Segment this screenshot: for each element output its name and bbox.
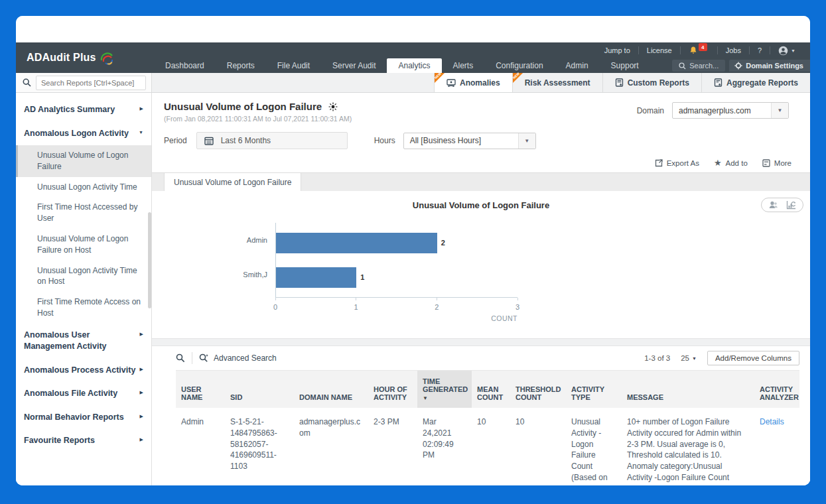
nav-tab-file-audit[interactable]: File Audit	[266, 58, 321, 73]
cell-time-generated: Mar 24,2021 02:09:49 PM	[417, 408, 472, 485]
column-header-mean-count[interactable]: MEAN COUNT	[472, 371, 510, 409]
help-button[interactable]: ?	[750, 46, 770, 54]
domain-settings-label: Domain Settings	[746, 62, 803, 70]
sidebar-item-first-time-remote-access-on-host[interactable]: First Time Remote Access on Host	[16, 292, 151, 324]
more-button[interactable]: More	[762, 159, 792, 167]
chart-x-axis-label: COUNT	[275, 314, 517, 322]
chart-view-icon[interactable]	[786, 200, 796, 210]
bar-chart: AdminSmith,J 21 0123 COUNT	[216, 223, 517, 322]
nav-tab-support[interactable]: Support	[600, 58, 650, 73]
sidebar-item-label: Anomalous User Management Activity	[24, 330, 136, 353]
column-header-user-name[interactable]: USER NAME	[176, 371, 225, 409]
chart-bar-row: 2	[276, 225, 517, 260]
app-window: ADAudit Plus Jump to License	[16, 16, 810, 485]
main-nav-row: DashboardReportsFile AuditServer AuditAn…	[135, 58, 810, 73]
global-search-label: Search...	[689, 62, 719, 70]
tab-unusual-volume[interactable]: Unusual Volume of Logon Failure	[164, 173, 301, 192]
column-header-threshold-count[interactable]: THRESHOLD COUNT	[510, 371, 566, 409]
chart-category-label: Admin	[216, 223, 275, 257]
sidebar-item-label: AD Analytics Summary	[24, 104, 115, 116]
period-value: Last 6 Months	[221, 136, 271, 145]
report-search-input[interactable]	[36, 76, 146, 90]
column-header-activity-type[interactable]: ACTIVITY TYPE	[566, 371, 622, 409]
global-search-button[interactable]: Search...	[672, 60, 725, 72]
column-header-domain-name[interactable]: DOMAIN NAME	[294, 371, 368, 409]
column-header-hour-of-activity[interactable]: HOUR OF ACTIVITY	[368, 371, 417, 409]
star-icon: ★	[714, 158, 722, 167]
sidebar-item-anomalous-file-activity[interactable]: Anomalous File Activity▶	[16, 382, 151, 406]
column-header-sid[interactable]: SID	[225, 371, 294, 409]
column-header-activity-analyzer[interactable]: ACTIVITY ANALYZER	[754, 371, 799, 409]
domain-select[interactable]: admanagerplus.com ▼	[672, 102, 789, 119]
sidebar-item-normal-behavior-reports[interactable]: Normal Behavior Reports▶	[16, 406, 151, 430]
column-header-time-generated[interactable]: TIME GENERATED▼	[417, 371, 472, 409]
user-view-icon[interactable]	[768, 200, 778, 210]
nav-tab-dashboard[interactable]: Dashboard	[154, 58, 216, 73]
gear-icon	[734, 62, 742, 70]
nav-tab-alerts[interactable]: Alerts	[442, 58, 485, 73]
search-icon[interactable]	[23, 78, 31, 87]
advanced-search-button[interactable]: Advanced Search	[199, 353, 277, 363]
browser-chrome-strip	[16, 16, 810, 42]
notifications-button[interactable]: 4	[681, 46, 717, 55]
nav-tab-reports[interactable]: Reports	[216, 58, 266, 73]
sidebar-item-label: First Time Host Accessed by User	[37, 202, 143, 224]
sort-desc-icon[interactable]: ▼	[423, 395, 466, 401]
nav-tab-configuration[interactable]: Configuration	[484, 58, 554, 73]
chart-bar-smith-j[interactable]	[276, 267, 356, 288]
license-link[interactable]: License	[639, 46, 680, 54]
bell-icon	[689, 46, 698, 55]
tick-mark	[356, 298, 356, 300]
sidebar-item-unusual-logon-activity-time-on-host[interactable]: Unusual Logon Activity Time on Host	[16, 261, 151, 292]
sidebar-item-first-time-host-accessed-by-user[interactable]: First Time Host Accessed by User	[16, 197, 151, 229]
page-size-select[interactable]: 25 ▼	[681, 354, 697, 362]
chart-x-tick: 1	[354, 298, 358, 312]
feature-tab-label: Risk Assessment	[525, 78, 590, 88]
feature-tab-label: Custom Reports	[628, 78, 689, 88]
feature-tab-aggregate-reports[interactable]: Aggregate Reports	[701, 73, 810, 92]
feature-tab-anomalies[interactable]: NEWAnomalies	[434, 73, 512, 92]
nav-tab-admin[interactable]: Admin	[555, 58, 600, 73]
chart-x-tick: 3	[516, 298, 519, 312]
sidebar-item-anomalous-logon-activity[interactable]: Anomalous Logon Activity▼	[16, 122, 151, 146]
sidebar-item-unusual-logon-activity-time[interactable]: Unusual Logon Activity Time	[16, 177, 151, 198]
sidebar-item-anomalous-user-management-activity[interactable]: Anomalous User Management Activity▶	[16, 324, 151, 359]
sidebar-scrollbar[interactable]	[148, 212, 151, 308]
tick-mark	[275, 298, 276, 300]
nav-tab-analytics[interactable]: Analytics	[387, 58, 441, 73]
nav-tab-server-audit[interactable]: Server Audit	[321, 58, 387, 73]
sidebar-item-unusual-volume-of-logon-failure[interactable]: Unusual Volume of Logon Failure	[16, 145, 151, 177]
brand-logo[interactable]: ADAudit Plus	[27, 42, 115, 73]
account-menu-button[interactable]: ▼	[770, 46, 803, 56]
table-search-icon[interactable]	[176, 353, 185, 363]
details-link[interactable]: Details	[760, 417, 784, 426]
feature-tabs: NEWAnomaliesNEWRisk AssessmentCustom Rep…	[434, 73, 810, 92]
chart-title: Unusual Volume of Logon Failure	[152, 191, 810, 210]
utility-row: Jump to License 4 Jobs ?	[135, 42, 810, 58]
hours-select[interactable]: All [Business Hours] ▼	[403, 133, 536, 149]
cell-activity-type: Unusual Activity - Logon Failure Count (…	[566, 408, 622, 485]
sidebar-item-unusual-volume-of-logon-failure-on-host[interactable]: Unusual Volume of Logon Failure on Host	[16, 229, 151, 261]
chart-bar-admin[interactable]	[276, 233, 437, 253]
feature-tab-custom-reports[interactable]: Custom Reports	[602, 73, 701, 92]
jobs-link[interactable]: Jobs	[718, 46, 749, 54]
column-header-message[interactable]: MESSAGE	[622, 371, 754, 409]
sidebar-item-ad-analytics-summary[interactable]: AD Analytics Summary▶	[16, 98, 151, 122]
user-avatar-icon	[778, 46, 788, 56]
table-header-row: USER NAMESIDDOMAIN NAMEHOUR OF ACTIVITYT…	[176, 371, 799, 409]
monitor-icon	[447, 79, 456, 87]
sidebar-item-favourite-reports[interactable]: Favourite Reports▶	[16, 429, 151, 453]
domain-settings-button[interactable]: Domain Settings	[729, 60, 810, 72]
sidebar-item-label: Unusual Volume of Logon Failure	[37, 150, 143, 172]
pagination-info: 1-3 of 3	[644, 354, 670, 362]
export-as-button[interactable]: Export As	[655, 159, 699, 167]
cell-hour-of-activity: 2-3 PM	[368, 408, 417, 485]
jump-to-link[interactable]: Jump to	[596, 46, 638, 54]
table-row: AdminS-1-5-21-1484795863-58162057-416960…	[176, 408, 799, 485]
add-remove-columns-button[interactable]: Add/Remove Columns	[707, 351, 799, 365]
feature-tab-risk-assessment[interactable]: NEWRisk Assessment	[512, 73, 602, 92]
sidebar-item-anomalous-process-activity[interactable]: Anomalous Process Activity▶	[16, 359, 151, 383]
chevron-right-icon: ▶	[140, 414, 143, 419]
add-to-button[interactable]: ★ Add to	[714, 158, 748, 167]
period-picker[interactable]: Last 6 Months	[196, 132, 348, 149]
